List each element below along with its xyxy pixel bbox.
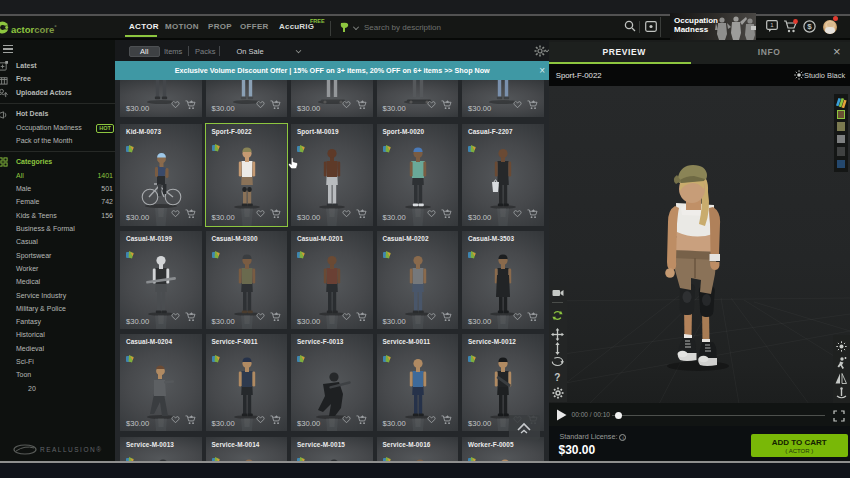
svg-text:$: $ — [807, 22, 812, 31]
svg-text:1: 1 — [770, 22, 774, 28]
